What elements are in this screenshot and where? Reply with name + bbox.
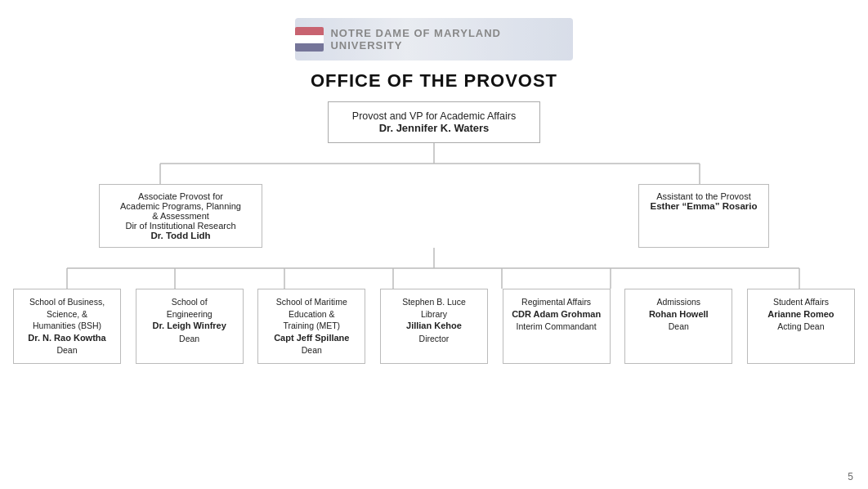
spacer-mid — [262, 184, 638, 248]
l3-0-title: Dean — [19, 344, 115, 357]
page-number: 5 — [848, 471, 853, 482]
l3-2-line2: Education & — [263, 308, 360, 321]
level3-node-4: Regimental Affairs CDR Adam Grohman Inte… — [503, 289, 611, 364]
logo: NOTRE DAME OF MARYLAND UNIVERSITY — [295, 18, 573, 61]
page-title: OFFICE OF THE PROVOST — [311, 70, 557, 92]
l3-3-title: Director — [386, 333, 482, 345]
l3-4-title: Interim Commandant — [508, 321, 605, 333]
page: NOTRE DAME OF MARYLAND UNIVERSITY OFFICE… — [0, 0, 868, 489]
l2-1-name: Esther “Emma” Rosario — [647, 201, 760, 211]
l3-3-line2: Library — [386, 308, 482, 321]
l2-0-line2: Academic Programs, Planning — [108, 201, 253, 211]
l3-6-title: Acting Dean — [753, 321, 849, 333]
level3-node-6: Student Affairs Arianne Romeo Acting Dea… — [747, 289, 855, 364]
l2-0-line3: & Assessment — [108, 211, 253, 221]
l3-5-title: Dean — [630, 321, 727, 333]
l2-1-line1: Assistant to the Provost — [647, 191, 760, 201]
org-chart: Provost and VP for Academic Affairs Dr. … — [13, 101, 855, 364]
l3-2-title: Dean — [263, 344, 360, 357]
level3-node-2: School of Maritime Education & Training … — [257, 289, 365, 364]
l3-2-name: Capt Jeff Spillane — [263, 332, 360, 344]
l3-1-line2: Engineering — [141, 308, 238, 321]
l3-1-line1: School of — [141, 296, 238, 308]
l3-5-line1: Admissions — [630, 296, 727, 308]
logo-area: NOTRE DAME OF MARYLAND UNIVERSITY — [295, 15, 573, 64]
level2-node-0: Associate Provost for Academic Programs,… — [99, 184, 262, 248]
l3-2-line1: School of Maritime — [263, 296, 360, 308]
level3-row: School of Business, Science, & Humanitie… — [13, 289, 855, 364]
l3-4-line1: Regimental Affairs — [508, 296, 605, 308]
spacer-left — [17, 184, 99, 248]
l3-0-name: Dr. N. Rao Kowtha — [19, 332, 115, 344]
connector-svg-1 — [13, 143, 855, 184]
level3-node-0: School of Business, Science, & Humanitie… — [13, 289, 121, 364]
l3-5-name: Rohan Howell — [630, 308, 727, 321]
top-node-line1: Provost and VP for Academic Affairs — [345, 110, 523, 122]
flag-icon — [295, 27, 324, 52]
l3-3-name: Jillian Kehoe — [386, 320, 482, 332]
l3-4-name: CDR Adam Grohman — [508, 308, 605, 321]
level3-node-3: Stephen B. Luce Library Jillian Kehoe Di… — [380, 289, 488, 364]
l3-2-line3: Training (MET) — [263, 320, 360, 332]
l3-0-line2: Science, & — [19, 308, 115, 321]
level3-node-5: Admissions Rohan Howell Dean — [624, 289, 732, 364]
l3-0-line3: Humanities (BSH) — [19, 320, 115, 332]
l3-1-title: Dean — [141, 333, 238, 345]
logo-text: NOTRE DAME OF MARYLAND UNIVERSITY — [330, 27, 573, 52]
top-node-name: Dr. Jennifer K. Waters — [345, 122, 523, 134]
l3-0-line1: School of Business, — [19, 296, 115, 308]
l2-0-name: Dr. Todd Lidh — [108, 231, 253, 240]
level2-node-1: Assistant to the Provost Esther “Emma” R… — [638, 184, 769, 248]
l3-3-line1: Stephen B. Luce — [386, 296, 482, 308]
l3-1-name: Dr. Leigh Winfrey — [141, 320, 238, 332]
connector-svg-2 — [13, 248, 855, 289]
l3-6-line1: Student Affairs — [753, 296, 849, 308]
l3-6-name: Arianne Romeo — [753, 308, 849, 321]
l2-0-line1: Associate Provost for — [108, 191, 253, 201]
level2-row: Associate Provost for Academic Programs,… — [17, 184, 851, 248]
level3-node-1: School of Engineering Dr. Leigh Winfrey … — [136, 289, 244, 364]
top-node: Provost and VP for Academic Affairs Dr. … — [328, 101, 540, 143]
spacer-right — [769, 184, 851, 248]
l2-0-line4: Dir of Institutional Research — [108, 221, 253, 231]
